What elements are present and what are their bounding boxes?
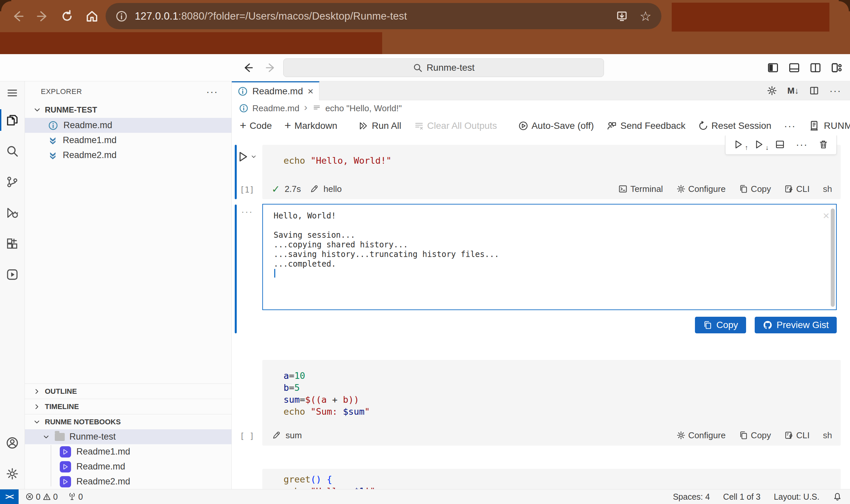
- run-all-button[interactable]: Run All: [359, 121, 401, 131]
- code-line: a=10: [284, 370, 841, 382]
- window-corner: [0, 0, 11, 11]
- workspace-root[interactable]: RUNME-TEST: [25, 102, 231, 118]
- file-item-readme[interactable]: Readme.md: [25, 118, 231, 133]
- copy-output-button[interactable]: Copy: [695, 317, 746, 334]
- chevron-down-icon: [33, 106, 41, 114]
- notebooks-root-item[interactable]: Runme-test: [25, 429, 231, 444]
- chevron-down-icon: [250, 154, 257, 160]
- browser-secondary-bar: [0, 32, 850, 54]
- copy-action[interactable]: Copy: [739, 430, 771, 440]
- cell-name[interactable]: sum: [286, 430, 302, 440]
- layout-indicator[interactable]: Layout: U.S.: [774, 492, 819, 502]
- notebook-item-readme[interactable]: Readme.md: [25, 459, 231, 474]
- account-icon[interactable]: [0, 427, 24, 458]
- auto-save-button[interactable]: Auto-Save (off): [518, 121, 594, 131]
- section-runme-notebooks[interactable]: RUNME NOTEBOOKS: [25, 414, 231, 429]
- cell-editor[interactable]: greet() { echo "Hello, $1!": [262, 469, 841, 489]
- send-feedback-button[interactable]: Send Feedback: [606, 121, 685, 131]
- problems-indicator[interactable]: 0 0: [25, 492, 58, 502]
- tab-readme[interactable]: Readme.md ×: [232, 82, 320, 100]
- activity-search-icon[interactable]: [0, 136, 24, 166]
- activity-extensions-icon[interactable]: [0, 228, 24, 259]
- ports-indicator[interactable]: 0: [68, 492, 83, 502]
- copy-action[interactable]: Copy: [739, 184, 771, 194]
- toggle-sidebar-icon[interactable]: [767, 62, 779, 74]
- browser-back-icon[interactable]: [11, 10, 24, 23]
- cell-status-bar: sum Configure Copy CLI sh: [262, 427, 841, 446]
- notebook-gear-icon[interactable]: [767, 85, 777, 96]
- notebook-item-readme2[interactable]: Readme2.md: [25, 474, 231, 489]
- section-outline[interactable]: OUTLINE: [25, 383, 231, 399]
- cell-position-indicator[interactable]: Cell 1 of 3: [723, 492, 761, 502]
- remote-indicator[interactable]: ><: [0, 489, 19, 504]
- command-center-search[interactable]: Runme-test: [283, 58, 604, 77]
- cell-name[interactable]: hello: [323, 184, 342, 194]
- cli-action[interactable]: CLI: [784, 430, 810, 440]
- code-line: b=5: [284, 382, 841, 394]
- reset-session-button[interactable]: Reset Session: [698, 121, 772, 131]
- delete-cell-icon[interactable]: [818, 140, 828, 149]
- activity-runme-icon[interactable]: [0, 259, 24, 290]
- notebook-item-readme1[interactable]: Readme1.md: [25, 444, 231, 459]
- install-app-icon[interactable]: [616, 10, 628, 22]
- activity-debug-icon[interactable]: [0, 197, 24, 228]
- markdown-preview-icon[interactable]: M↓: [787, 86, 799, 96]
- cli-action[interactable]: CLI: [784, 184, 810, 194]
- clear-all-outputs-button[interactable]: Clear All Outputs: [414, 121, 497, 131]
- customize-layout-icon[interactable]: [831, 62, 843, 74]
- split-editor-icon[interactable]: [809, 85, 819, 96]
- close-tab-icon[interactable]: ×: [308, 86, 314, 97]
- file-item-readme2[interactable]: Readme2.md: [25, 148, 231, 163]
- add-markdown-button[interactable]: +Markdown: [285, 120, 337, 132]
- configure-action[interactable]: Configure: [676, 430, 726, 440]
- split-cell-icon[interactable]: [775, 139, 785, 150]
- pencil-icon[interactable]: [272, 431, 281, 440]
- breadcrumb-file[interactable]: Readme.md: [252, 103, 300, 113]
- pencil-icon[interactable]: [309, 184, 319, 194]
- configure-action[interactable]: Configure: [676, 184, 726, 194]
- breadcrumb-symbol[interactable]: echo "Hello, World!": [325, 103, 402, 113]
- toggle-panel-icon[interactable]: [788, 62, 800, 74]
- search-icon: [413, 63, 423, 73]
- cell-language[interactable]: sh: [823, 184, 832, 194]
- runme-file-icon: [48, 136, 57, 145]
- execute-above-icon[interactable]: ↑: [734, 140, 743, 149]
- code-line: greet() {: [284, 473, 841, 485]
- window-corner: [839, 0, 850, 11]
- site-info-icon[interactable]: [115, 10, 127, 22]
- close-output-icon[interactable]: ×: [823, 209, 829, 222]
- activity-source-control-icon[interactable]: [0, 166, 24, 197]
- explorer-more-icon[interactable]: ···: [206, 86, 218, 97]
- browser-home-icon[interactable]: [85, 9, 99, 23]
- add-code-button[interactable]: +Code: [240, 120, 272, 132]
- history-forward-icon[interactable]: [265, 62, 276, 73]
- output-menu-icon[interactable]: ···: [241, 206, 253, 217]
- preview-gist-button[interactable]: Preview Gist: [755, 317, 837, 334]
- toggle-secondary-sidebar-icon[interactable]: [810, 62, 821, 74]
- activity-explorer-icon[interactable]: [0, 105, 24, 136]
- browser-forward-icon[interactable]: [36, 10, 49, 23]
- cell-language[interactable]: sh: [823, 430, 832, 440]
- cell-more-icon[interactable]: ···: [796, 139, 808, 150]
- cell-editor[interactable]: a=10 b=5 sum=$((a + b)) echo "Sum: $sum"…: [262, 360, 841, 446]
- settings-gear-icon[interactable]: [0, 458, 24, 489]
- copy-icon: [703, 320, 712, 330]
- spaces-indicator[interactable]: Spaces: 4: [673, 492, 710, 502]
- run-cell-button[interactable]: [237, 151, 257, 163]
- history-back-icon[interactable]: [242, 62, 254, 73]
- terminal-action[interactable]: Terminal: [618, 184, 663, 194]
- execute-below-icon[interactable]: ↓: [754, 140, 764, 149]
- section-timeline[interactable]: TIMELINE: [25, 399, 231, 414]
- menu-icon[interactable]: [0, 82, 24, 105]
- browser-reload-icon[interactable]: [60, 10, 74, 23]
- toolbar-more-icon[interactable]: ···: [784, 120, 796, 131]
- file-item-readme1[interactable]: Readme1.md: [25, 133, 231, 148]
- cell-status-bar: ✓ 2.7s hello Terminal Configure Copy CLI…: [262, 181, 841, 199]
- terminal-output[interactable]: Hello, World! Saving session... ...copyi…: [262, 204, 837, 310]
- address-bar[interactable]: 127.0.0.1:8080/?folder=/Users/macos/Desk…: [106, 3, 662, 29]
- notifications-bell-icon[interactable]: [833, 492, 842, 501]
- bookmark-star-icon[interactable]: ☆: [639, 10, 651, 23]
- output-scrollbar[interactable]: [831, 209, 835, 307]
- tab-bar: Readme.md × M↓ ···: [232, 82, 850, 100]
- editor-more-icon[interactable]: ···: [829, 85, 842, 96]
